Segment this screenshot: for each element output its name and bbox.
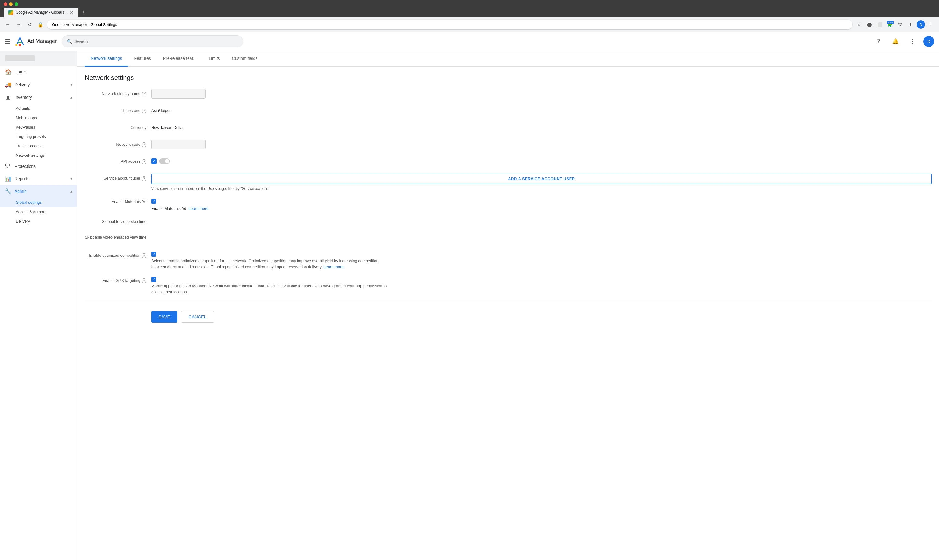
tabs-bar: Network settings Features Pre-release fe…: [77, 51, 939, 66]
search-icon: 🔍: [67, 39, 72, 44]
api-access-help-icon[interactable]: ?: [142, 159, 146, 164]
service-account-control: ADD A SERVICE ACCOUNT USER View service …: [151, 174, 932, 191]
nav-lock-button[interactable]: 🔒: [36, 20, 45, 29]
optimized-competition-learn-more-link[interactable]: Learn more.: [323, 265, 345, 269]
tab-custom-fields[interactable]: Custom fields: [226, 51, 264, 66]
hamburger-menu-icon[interactable]: ☰: [5, 38, 10, 45]
network-code-help-icon[interactable]: ?: [142, 142, 146, 147]
help-button[interactable]: ?: [873, 35, 885, 48]
nav-reload-button[interactable]: ↺: [25, 20, 34, 29]
sidebar-item-inventory-label: Inventory: [14, 95, 32, 100]
home-icon: 🏠: [5, 69, 11, 75]
svg-point-1: [15, 44, 17, 46]
currency-value: New Taiwan Dollar: [151, 123, 932, 130]
sidebar-subitem-mobile-apps[interactable]: Mobile apps: [0, 113, 77, 123]
tab-limits[interactable]: Limits: [203, 51, 226, 66]
sidebar-subitem-network-settings[interactable]: Network settings: [0, 151, 77, 160]
content-area: Network settings Features Pre-release fe…: [77, 51, 939, 560]
service-account-row: Service account user ? ADD A SERVICE ACC…: [85, 174, 932, 191]
service-account-label: Service account user ?: [85, 174, 151, 181]
new-tab-button[interactable]: +: [79, 7, 88, 17]
delivery-chevron-icon: ▾: [71, 83, 72, 87]
cancel-button[interactable]: CANCEL: [181, 311, 214, 323]
currency-control: New Taiwan Dollar: [151, 123, 932, 130]
sidebar-subitem-key-values[interactable]: Key-values: [0, 123, 77, 132]
browser-menu-icon[interactable]: ⋮: [927, 20, 935, 29]
enable-mute-checkbox[interactable]: ✓: [151, 199, 156, 204]
tab-pre-release[interactable]: Pre-release feat...: [157, 51, 203, 66]
sidebar-subitem-delivery[interactable]: Delivery: [0, 217, 77, 226]
download-icon[interactable]: ⬇: [906, 20, 915, 29]
cast-icon[interactable]: ⬜: [876, 20, 884, 29]
sidebar-item-home-label: Home: [14, 69, 26, 74]
sidebar: 🏠 Home 🚚 Delivery ▾ ▣ Inventory ▴ Ad uni…: [0, 51, 77, 560]
sidebar-item-reports[interactable]: 📊 Reports ▾: [0, 172, 77, 185]
nav-back-button[interactable]: ←: [4, 20, 12, 29]
search-input[interactable]: [74, 39, 238, 44]
gps-targeting-help-icon[interactable]: ?: [142, 278, 146, 283]
search-bar[interactable]: 🔍: [62, 35, 243, 48]
app-logo[interactable]: Ad Manager: [15, 37, 57, 46]
user-avatar[interactable]: D: [923, 36, 934, 47]
sidebar-item-reports-label: Reports: [14, 176, 29, 181]
optimized-competition-row: Enable optimized competition ? ✓ Select …: [85, 251, 932, 270]
ad-manager-logo-icon: [15, 37, 25, 46]
sidebar-subitem-global-settings[interactable]: Global settings: [0, 198, 77, 207]
tab-network-settings[interactable]: Network settings: [85, 51, 128, 66]
extension-icon[interactable]: 🧩 New: [886, 20, 894, 29]
sidebar-item-protections[interactable]: 🛡 Protections: [0, 160, 77, 172]
org-name-placeholder: [5, 55, 35, 62]
gps-targeting-checkbox[interactable]: ✓: [151, 277, 156, 282]
enable-mute-label: Enable Mute this Ad: [85, 197, 151, 204]
active-browser-tab[interactable]: Google Ad Manager - Global s... ✕: [4, 8, 79, 17]
sidebar-item-admin[interactable]: 🔧 Admin ▴: [0, 185, 77, 198]
bell-icon: 🔔: [892, 38, 899, 45]
inventory-icon: ▣: [5, 94, 11, 101]
sidebar-subitem-traffic-forecast[interactable]: Traffic forecast: [0, 141, 77, 151]
skippable-engaged-label: Skippable video engaged view time: [85, 234, 151, 240]
network-display-name-control: [151, 89, 932, 98]
api-access-checkbox[interactable]: ✓: [151, 158, 157, 164]
add-service-account-user-button[interactable]: ADD A SERVICE ACCOUNT USER: [151, 174, 932, 184]
more-options-button[interactable]: ⋮: [906, 35, 918, 48]
page-title: Network settings: [85, 74, 932, 82]
save-button[interactable]: SAVE: [151, 311, 177, 323]
protections-icon: 🛡: [5, 163, 11, 169]
sidebar-item-inventory[interactable]: ▣ Inventory ▴: [0, 91, 77, 104]
currency-label: Currency: [85, 123, 151, 130]
sidebar-item-home[interactable]: 🏠 Home: [0, 66, 77, 78]
service-account-help-icon[interactable]: ?: [142, 176, 146, 181]
star-icon[interactable]: ☆: [855, 20, 864, 29]
api-access-slider[interactable]: [159, 158, 170, 164]
network-code-input[interactable]: [151, 140, 206, 149]
tab-features[interactable]: Features: [128, 51, 157, 66]
nav-forward-button[interactable]: →: [14, 20, 23, 29]
time-zone-row: Time zone ? Asia/Taipei: [85, 106, 932, 117]
network-display-name-help-icon[interactable]: ?: [142, 92, 146, 97]
app-name: Ad Manager: [27, 38, 57, 45]
api-access-toggle: ✓: [151, 157, 932, 164]
close-window-button[interactable]: [4, 2, 7, 6]
network-display-name-label: Network display name ?: [85, 89, 151, 97]
notifications-button[interactable]: 🔔: [890, 35, 902, 48]
app-header: ☰ Ad Manager 🔍 ? 🔔 ⋮: [0, 32, 939, 51]
sidebar-subitem-ad-units[interactable]: Ad units: [0, 104, 77, 113]
sidebar-subitem-targeting-presets[interactable]: Targeting presets: [0, 132, 77, 141]
optimized-competition-checkbox[interactable]: ✓: [151, 252, 156, 257]
profile-dot-icon[interactable]: ⬤: [865, 20, 874, 29]
sidebar-item-delivery[interactable]: 🚚 Delivery ▾: [0, 78, 77, 91]
time-zone-help-icon[interactable]: ?: [142, 109, 146, 113]
shield-icon[interactable]: 🛡: [896, 20, 905, 29]
inventory-chevron-icon: ▴: [71, 95, 72, 100]
optimized-competition-help-icon[interactable]: ?: [142, 253, 146, 258]
browser-profile-icon[interactable]: D: [917, 20, 925, 29]
sidebar-subitem-access-author[interactable]: Access & author...: [0, 207, 77, 217]
minimize-window-button[interactable]: [9, 2, 13, 6]
maximize-window-button[interactable]: [14, 2, 18, 6]
network-display-name-input[interactable]: [151, 89, 206, 98]
optimized-competition-control: ✓ Select to enable optimized competition…: [151, 251, 932, 270]
tab-close-button[interactable]: ✕: [70, 10, 74, 15]
svg-point-0: [19, 44, 21, 46]
address-bar[interactable]: [47, 20, 853, 29]
enable-mute-learn-more-link[interactable]: Learn more.: [188, 206, 209, 211]
